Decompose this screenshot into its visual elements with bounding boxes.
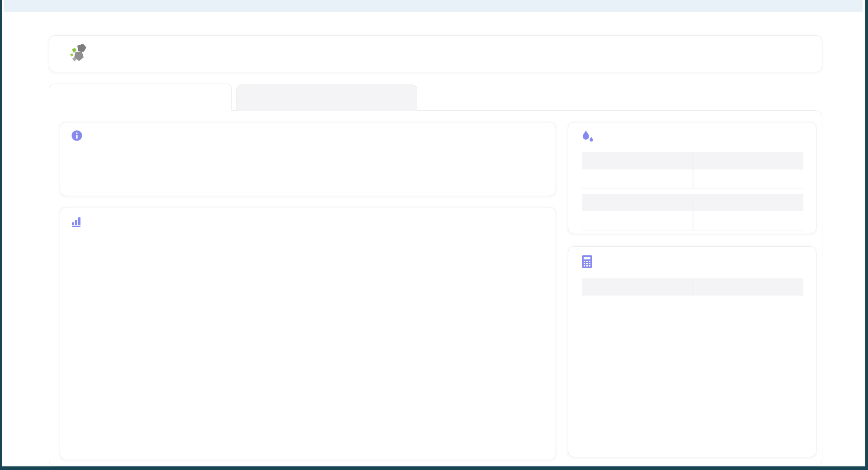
tab-result[interactable]: [49, 84, 232, 111]
graph-card: [60, 207, 556, 460]
blood-viscosity-card: [568, 122, 816, 234]
bar-chart-icon: [71, 216, 83, 229]
shear-viscosity-card: [568, 246, 816, 457]
window-frame: [0, 0, 868, 470]
ubiosis-logo: [68, 43, 94, 66]
bv-header-diastolic: [693, 152, 803, 169]
shear-viscosity-table: [582, 278, 803, 296]
bv-value-systolic: [582, 169, 693, 189]
bv-header-odi: [693, 194, 803, 211]
sv-header-patient: [693, 278, 803, 296]
blood-viscosity-table-1: [582, 152, 803, 189]
bv-header-systolic: [582, 152, 693, 169]
viscosity-chart: [74, 235, 553, 455]
bv-value-diastolic: [693, 169, 803, 189]
header-card: [49, 35, 822, 72]
bv-header-todi: [582, 194, 693, 211]
blood-viscosity-table-2: [582, 194, 803, 230]
titlebar: [4, 0, 863, 12]
calculator-icon: [581, 255, 593, 270]
drops-icon: [581, 130, 594, 146]
logo-mark-icon: [68, 42, 92, 67]
bv-value-odi: [693, 211, 803, 230]
info-icon: [71, 130, 83, 143]
bv-value-todi: [582, 211, 693, 230]
sv-header-shear-rate: [582, 278, 693, 296]
tab-raw-data[interactable]: [236, 85, 417, 111]
file-info-card: [60, 122, 556, 196]
